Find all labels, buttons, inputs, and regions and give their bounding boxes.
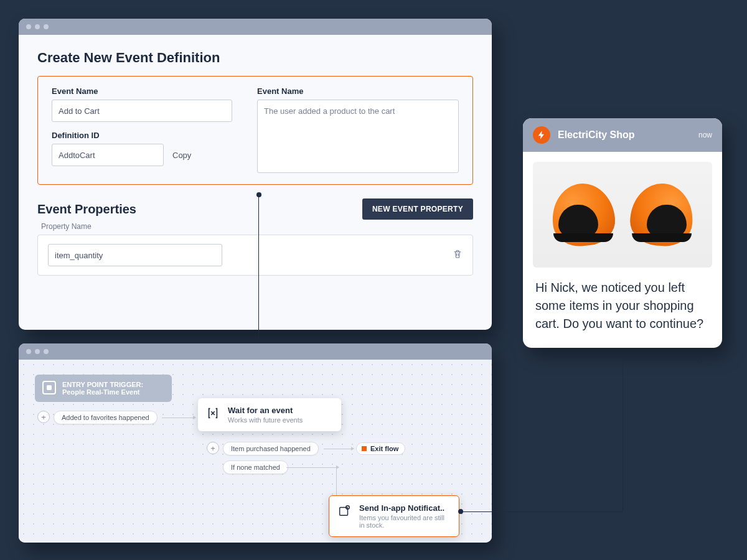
app-bolt-icon [533,126,550,144]
add-branch-button[interactable]: + [37,411,50,423]
flow-editor-window: ENTRY POINT TRIGGER: People Real-Time Ev… [19,343,492,543]
entry-point-node[interactable]: ENTRY POINT TRIGGER: People Real-Time Ev… [35,375,172,402]
event-definition-form: Event Name Add to Cart Definition ID Add… [37,76,473,185]
page-title: Create New Event Definition [37,50,473,66]
event-name-label: Event Name [52,86,232,96]
condition-pill-added-favorites[interactable]: Added to favorites happened [54,411,157,424]
trash-icon [453,249,463,259]
helmet-right-icon [631,184,693,246]
flow-canvas[interactable]: ENTRY POINT TRIGGER: People Real-Time Ev… [19,360,492,543]
connector-line [622,361,700,362]
push-image [533,162,712,268]
window-titlebar [19,19,492,35]
add-branch-button[interactable]: + [207,442,219,454]
definition-id-input[interactable]: AddtoCart [52,144,164,166]
connector-line [622,361,623,511]
connector-dot-icon [256,192,261,197]
stop-square-icon [362,446,367,451]
send-node-title: Send In-app Notificat.. [359,503,450,513]
condition-pill-item-purchased[interactable]: Item purchased happened [223,442,319,455]
connector-line [461,511,622,512]
property-name-input[interactable]: item_quantity [48,244,222,266]
new-event-property-button[interactable]: NEW EVENT PROPERTY [362,198,473,220]
window-dot-icon [35,24,40,29]
send-node-subtitle: Items you favourited are still in stock. [359,514,450,529]
send-notification-node[interactable]: Send In-app Notificat.. Items you favour… [329,495,459,537]
push-timestamp: now [698,131,712,139]
flow-arrow-icon [324,449,351,449]
wait-node-subtitle: Works with future events [228,416,303,424]
property-name-label: Property Name [37,222,473,231]
event-name-input[interactable]: Add to Cart [52,100,232,122]
property-row: item_quantity [37,235,473,276]
push-message: Hi Nick, we noticed you left some items … [523,268,722,348]
push-notification-preview: ElectriCity Shop now Hi Nick, we noticed… [523,118,722,348]
definition-id-label: Definition ID [52,131,232,140]
flow-line [336,467,337,498]
entry-title-line1: ENTRY POINT TRIGGER: [62,381,143,388]
event-definition-window: Create New Event Definition Event Name A… [19,19,492,330]
event-properties-title: Event Properties [37,202,136,217]
notification-icon [337,503,352,518]
window-titlebar [19,343,492,360]
delete-property-button[interactable] [453,249,463,261]
exit-flow-label: Exit flow [370,445,398,452]
push-app-name: ElectriCity Shop [558,129,691,141]
exit-flow-node[interactable]: Exit flow [356,442,405,455]
wait-for-event-node[interactable]: Wait for an event Works with future even… [198,398,341,431]
condition-pill-none-matched[interactable]: If none matched [223,460,288,474]
helmet-left-icon [552,184,614,246]
push-header: ElectriCity Shop now [523,118,722,152]
brackets-x-icon [205,406,220,421]
event-description-input[interactable]: The user added a product to the cart [257,100,459,173]
window-dot-icon [44,24,49,29]
window-dot-icon [44,349,49,354]
connector-dot-icon [697,358,702,363]
trigger-icon [42,381,56,394]
entry-title-line2: People Real-Time Event [62,388,143,396]
window-dot-icon [26,349,31,354]
copy-button[interactable]: Copy [172,151,191,160]
flow-arrow-icon [286,467,336,468]
wait-node-title: Wait for an event [228,406,303,415]
event-description-label: Event Name [257,86,459,96]
window-dot-icon [26,24,31,29]
window-dot-icon [35,349,40,354]
flow-arrow-icon [162,418,193,418]
